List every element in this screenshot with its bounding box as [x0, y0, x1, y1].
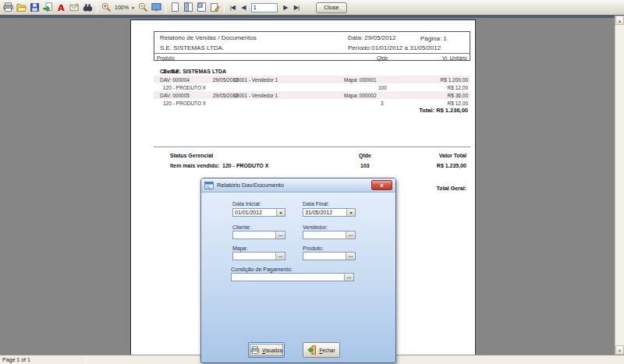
print-icon[interactable] — [2, 2, 15, 14]
page-count-text: Page 1 of 1 — [2, 357, 30, 362]
data-final-value: 31/05/2012 — [303, 210, 346, 215]
report-header-box: Relatório de Vendas / Documentos Data: 2… — [154, 31, 470, 61]
condicao-lookup-button[interactable]: ... — [344, 274, 353, 281]
exit-door-icon — [307, 345, 317, 355]
mapa-lookup-button[interactable]: ... — [275, 253, 285, 260]
column-qtde: Qtde — [377, 55, 388, 61]
page-setup-icon[interactable] — [208, 2, 222, 14]
pdf-icon[interactable]: A — [55, 2, 68, 14]
dav-number: DAV: 000005 — [160, 93, 190, 98]
printer-icon — [250, 346, 260, 355]
best-seller-name: 120 - PRODUTO X — [222, 163, 268, 168]
relatorio-dav-dialog: Relatório Dav/Documento x Data Inicial: … — [200, 178, 396, 363]
data-inicial-combo[interactable]: 01/01/2012 ▼ — [232, 208, 285, 217]
cliente-input[interactable] — [233, 231, 275, 239]
cliente-lookup-button[interactable]: ... — [275, 231, 285, 239]
best-seller-value: R$ 1.235,00 — [437, 163, 466, 168]
close-button[interactable]: Close — [316, 2, 347, 13]
zoom-level-value: 100% — [115, 5, 129, 10]
save-icon[interactable] — [28, 2, 41, 14]
table-row-item: 120 - PRODUTO X 3 R$ 12,00 — [154, 99, 470, 107]
client-line: Cliente: 2 - S.E. SISTEMAS LTDA — [160, 69, 163, 74]
open-icon[interactable] — [15, 2, 28, 14]
report-company: S.E. SISTEMAS LTDA. — [160, 44, 224, 51]
dialog-title-bar[interactable]: Relatório Dav/Documento x — [201, 178, 395, 193]
dav-value: R$ 1.200,00 — [441, 77, 468, 83]
status-value-header: Valor Total — [439, 153, 466, 158]
produto-label: Produto: — [303, 246, 323, 251]
dialog-body: Data Inicial: 01/01/2012 ▼ Data Final: 3… — [201, 193, 395, 363]
data-inicial-value: 01/01/2012 — [233, 210, 276, 215]
item-qty: 100 — [378, 85, 387, 90]
email-icon[interactable] — [68, 2, 81, 14]
cliente-label: Cliente: — [232, 224, 251, 230]
item-qty: 3 — [381, 101, 384, 106]
mapa-field: ... — [232, 252, 285, 260]
data-final-combo[interactable]: 31/05/2012 ▼ — [303, 208, 356, 217]
dav-seller: 00001 - Vendedor 1 — [233, 93, 278, 98]
next-page-icon[interactable]: ▶ — [280, 4, 291, 11]
vendedor-field: ... — [303, 231, 356, 239]
condicao-pagamento-field: ... — [231, 273, 354, 281]
dialog-title: Relatório Dav/Documento — [217, 182, 368, 189]
whole-page-icon[interactable] — [168, 2, 182, 14]
chevron-down-icon[interactable]: ▼ — [346, 209, 355, 216]
export-icon[interactable] — [41, 2, 55, 14]
last-page-icon[interactable]: ▶| — [291, 4, 302, 11]
preview-toolbar: A 100% ▼ |◀ ◀ ▶ ▶| Close — [0, 0, 624, 15]
status-gerencial-title: Status Gerencial — [170, 153, 213, 158]
statusbar-divider — [86, 357, 87, 363]
item-product: 120 - PRODUTO X — [163, 101, 206, 106]
best-seller-qty: 103 — [360, 163, 370, 168]
page-number-input[interactable] — [251, 3, 278, 12]
report-title: Relatório de Vendas / Documentos — [160, 34, 257, 41]
svg-text:A: A — [58, 2, 65, 12]
table-row-item: 120 - PRODUTO X 100 R$ 12,00 — [154, 83, 470, 91]
chevron-down-icon: ▼ — [131, 5, 135, 10]
first-page-icon[interactable]: |◀ — [227, 4, 238, 11]
zoom-out-icon[interactable] — [136, 2, 150, 14]
total-geral-label: Total Geral: — [437, 186, 466, 191]
fit-screen-icon[interactable] — [150, 2, 163, 14]
report-period: Período:01/01/2012 a 31/05/2012 — [348, 44, 441, 51]
dialog-close-icon[interactable]: x — [371, 180, 392, 190]
mapa-input[interactable] — [233, 253, 275, 260]
total-line: Total: R$ 1.236,00 — [154, 107, 470, 114]
mapa-label: Mapa: — [232, 246, 247, 251]
produto-lookup-button[interactable]: ... — [346, 253, 355, 260]
vendedor-lookup-button[interactable]: ... — [346, 231, 355, 239]
dav-mapa: Mapa: 000001 — [344, 77, 377, 83]
table-row-dav: DAV: 000004 29/05/2012 00001 - Vendedor … — [154, 76, 470, 83]
prev-page-icon[interactable]: ◀ — [238, 4, 249, 11]
vendedor-input[interactable] — [303, 231, 346, 239]
condicao-pagamento-label: Condição de Pagamento: — [231, 267, 292, 272]
scroll-down-icon[interactable]: ▼ — [615, 345, 624, 355]
table-row-dav: DAV: 000005 29/05/2012 00001 - Vendedor … — [154, 91, 470, 99]
chevron-down-icon[interactable]: ▼ — [276, 209, 285, 216]
visualiza-button[interactable]: Visualiza — [248, 342, 285, 358]
toolbar-separator — [165, 2, 166, 13]
form-icon — [204, 181, 214, 190]
vertical-scrollbar[interactable]: ▲ ▼ — [615, 16, 624, 355]
dav-mapa: Mapa: 000002 — [344, 93, 377, 98]
section-divider — [154, 147, 470, 147]
column-produto: Produto — [157, 55, 175, 61]
zoom-level-select[interactable]: 100% ▼ — [113, 2, 136, 12]
page-width-icon[interactable] — [195, 2, 208, 14]
visualiza-label: Visualiza — [262, 348, 282, 353]
dav-value: R$ 36,00 — [448, 93, 468, 98]
fechar-label: Fechar — [319, 348, 335, 353]
find-icon[interactable] — [81, 2, 94, 14]
fechar-button[interactable]: Fechar — [303, 342, 340, 358]
best-seller-label: Item mais vendido: — [170, 163, 219, 168]
zoom-in-icon[interactable] — [100, 2, 113, 14]
facing-pages-icon[interactable] — [182, 2, 195, 14]
status-qty-header: Qtde — [359, 153, 371, 158]
produto-field: ... — [303, 252, 356, 260]
toolbar-separator — [97, 2, 98, 13]
column-vr-unitario: Vr. Unitário — [442, 55, 467, 61]
condicao-pagamento-input[interactable] — [232, 274, 344, 281]
produto-input[interactable] — [303, 253, 346, 260]
scroll-up-icon[interactable]: ▲ — [615, 16, 624, 25]
column-header-row: Produto Qtde Vr. Unitário — [154, 53, 470, 61]
